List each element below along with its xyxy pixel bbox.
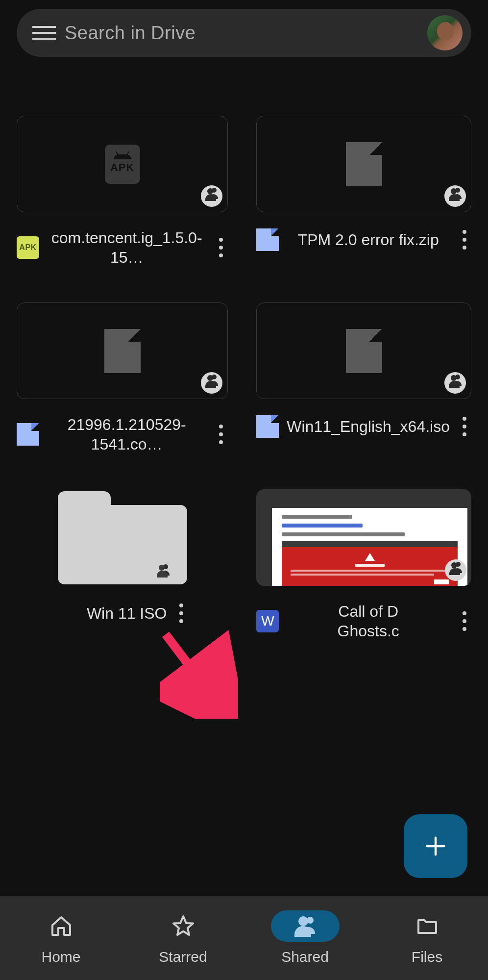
apk-icon: APK [105, 145, 140, 184]
file-icon [346, 142, 382, 186]
file-name: Call of D Ghosts.c [287, 602, 450, 641]
word-type-icon: W [256, 610, 279, 632]
add-new-button[interactable] [404, 814, 467, 878]
file-thumbnail: APK [17, 116, 228, 212]
more-options-button[interactable] [174, 602, 188, 625]
home-icon [49, 914, 73, 938]
shared-badge-icon [201, 372, 222, 394]
more-options-button[interactable] [214, 236, 228, 259]
nav-label: Files [412, 949, 442, 965]
nav-home[interactable]: Home [0, 896, 122, 980]
shared-badge-icon [444, 372, 466, 394]
bottom-nav: Home Starred Shared Files [0, 896, 488, 980]
file-name: 21996.1.210529-1541.co… [47, 415, 206, 454]
file-icon [104, 329, 141, 373]
file-thumbnail [256, 489, 471, 586]
people-icon [293, 914, 317, 938]
nav-label: Shared [281, 949, 329, 965]
nav-label: Starred [159, 949, 207, 965]
file-grid: APK APK com.tencent.ig_1.5.0-15… TPM 2.0… [17, 116, 471, 641]
file-name: Win11_English_x64.iso [287, 417, 450, 436]
shared-badge-icon [157, 568, 170, 578]
nav-label: Home [41, 949, 80, 965]
more-options-button[interactable] [458, 228, 471, 251]
file-item[interactable]: TPM 2.0 error fix.zip [256, 116, 471, 267]
star-icon [171, 914, 195, 938]
folder-icon [58, 491, 187, 584]
nav-shared[interactable]: Shared [244, 896, 366, 980]
shared-badge-icon [445, 559, 466, 581]
folder-item[interactable]: Win 11 ISO [17, 489, 228, 641]
account-avatar[interactable] [427, 15, 463, 50]
file-name: com.tencent.ig_1.5.0-15… [47, 228, 206, 267]
file-icon [346, 329, 382, 373]
more-options-button[interactable] [458, 609, 471, 633]
file-item[interactable]: 21996.1.210529-1541.co… [17, 302, 228, 454]
more-options-button[interactable] [214, 423, 228, 446]
shared-badge-icon [201, 185, 222, 207]
search-input[interactable]: Search in Drive [65, 23, 427, 44]
folder-thumbnail [17, 489, 228, 586]
file-thumbnail [256, 302, 471, 399]
folder-icon [415, 914, 439, 938]
plus-icon [423, 833, 448, 859]
folder-name: Win 11 ISO [87, 603, 167, 623]
menu-icon[interactable] [32, 21, 56, 45]
file-name: TPM 2.0 error fix.zip [287, 230, 450, 250]
file-type-icon [256, 415, 279, 438]
file-type-icon [17, 423, 39, 446]
annotation-arrow [160, 630, 238, 719]
file-item[interactable]: W Call of D Ghosts.c [256, 489, 471, 641]
search-bar[interactable]: Search in Drive [17, 9, 471, 57]
svg-line-0 [166, 634, 219, 704]
shared-badge-icon [444, 185, 466, 207]
file-type-icon [256, 228, 279, 251]
more-options-button[interactable] [458, 415, 471, 438]
nav-starred[interactable]: Starred [122, 896, 244, 980]
file-thumbnail [17, 302, 228, 399]
apk-type-icon: APK [17, 236, 39, 259]
file-thumbnail [256, 116, 471, 212]
nav-files[interactable]: Files [366, 896, 488, 980]
file-item[interactable]: APK APK com.tencent.ig_1.5.0-15… [17, 116, 228, 267]
file-item[interactable]: Win11_English_x64.iso [256, 302, 471, 454]
